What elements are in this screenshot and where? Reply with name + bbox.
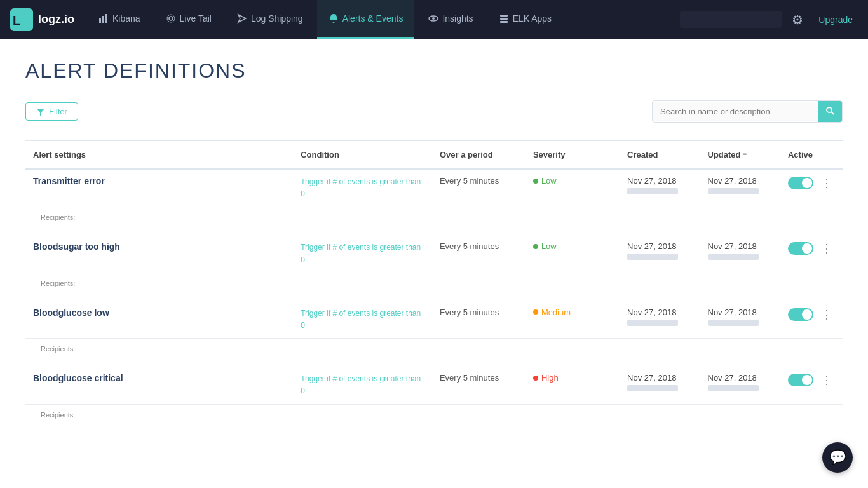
nav-item-alertsevents[interactable]: Alerts & Events [317,0,415,39]
period-text: Every 5 minutes [440,308,499,317]
more-options-button[interactable]: ⋮ [818,373,835,387]
created-redacted [627,320,678,326]
col-header-severity: Severity [526,141,620,170]
recipients-row: Recipients: [25,404,843,433]
toggle-knob [802,375,812,385]
col-header-alert-settings: Alert settings [25,141,293,170]
created-redacted [627,188,678,194]
recipients-label: Recipients: [33,411,835,426]
nav-label-alertsevents: Alerts & Events [342,13,403,24]
svg-rect-11 [500,18,508,20]
severity-badge: Medium [533,308,612,317]
sort-icon[interactable]: ≡ [743,151,747,158]
col-header-active: Active [780,141,843,170]
bell-icon [329,13,339,24]
col-header-updated: Updated ≡ [700,141,780,170]
svg-marker-7 [238,15,246,22]
active-cell: ⋮ [788,308,835,322]
nav-item-logshipping[interactable]: Log Shipping [226,0,315,39]
nav-item-insights[interactable]: Insights [417,0,484,39]
filter-button[interactable]: Filter [25,102,78,121]
bar-chart-icon [98,13,109,24]
stack-icon [499,13,509,24]
active-toggle[interactable] [788,308,813,321]
updated-date: Nov 27, 2018 [708,308,773,317]
svg-point-14 [827,107,832,112]
svg-point-5 [169,17,173,20]
updated-date: Nov 27, 2018 [708,373,773,383]
page-title: ALERT DEFINITIONS [25,59,843,83]
toggle-knob [802,243,812,254]
severity-label: Low [541,176,557,186]
created-date: Nov 27, 2018 [627,308,692,317]
top-nav: L logz.io Kibana Live Tail Log Shipping … [0,0,868,39]
more-options-button[interactable]: ⋮ [818,308,835,322]
nav-label-kibana: Kibana [112,13,140,24]
nav-label-elkapps: ELK Apps [513,13,552,24]
table-row: Bloodglucose low Trigger if # of events … [25,301,843,339]
active-cell: ⋮ [788,241,835,255]
send-icon [237,13,247,24]
more-options-button[interactable]: ⋮ [818,176,835,190]
more-options-button[interactable]: ⋮ [818,241,835,255]
severity-dot [533,179,538,184]
condition-text: Trigger if # of events is greater than 0 [301,177,421,198]
settings-icon[interactable]: ⚙ [784,12,811,27]
active-toggle[interactable] [788,242,813,255]
svg-rect-3 [102,16,104,23]
search-input[interactable] [653,102,818,121]
main-content: ALERT DEFINITIONS Filter Alert settings … [0,39,868,453]
updated-redacted [708,188,759,194]
nav-label-livetail: Live Tail [180,13,212,24]
logo[interactable]: L logz.io [10,8,74,31]
recipients-label: Recipients: [33,345,835,360]
alert-name: Bloodglucose low [33,308,285,318]
severity-label: Low [541,241,557,251]
severity-label: High [541,373,559,383]
toggle-knob [802,178,812,188]
updated-date: Nov 27, 2018 [708,241,773,251]
severity-badge: Low [533,241,612,251]
period-text: Every 5 minutes [440,373,499,383]
table-row: Bloodsugar too high Trigger if # of even… [25,235,843,273]
search-button[interactable] [818,101,842,122]
updated-redacted [708,385,759,391]
alerts-table: Alert settings Condition Over a period S… [25,140,843,433]
recipients-label: Recipients: [33,214,835,229]
svg-text:L: L [13,13,20,27]
period-text: Every 5 minutes [440,241,499,251]
nav-item-elkapps[interactable]: ELK Apps [487,0,564,39]
svg-rect-10 [500,15,508,17]
col-header-condition: Condition [293,141,432,170]
recipients-label: Recipients: [33,280,835,295]
toolbar: Filter [25,100,843,123]
updated-redacted [708,254,759,260]
severity-label: Medium [541,308,571,317]
recipients-row: Recipients: [25,339,843,367]
upgrade-button[interactable]: Upgrade [813,15,858,25]
search-bar [652,100,843,123]
svg-marker-13 [37,109,44,116]
active-cell: ⋮ [788,373,835,387]
nav-label-insights: Insights [442,13,473,24]
period-text: Every 5 minutes [440,176,499,186]
svg-rect-2 [99,18,101,23]
nav-item-kibana[interactable]: Kibana [87,0,152,39]
active-toggle[interactable] [788,374,813,386]
nav-search[interactable] [680,11,782,28]
table-row: Bloodglucose critical Trigger if # of ev… [25,367,843,404]
search-icon [825,106,834,115]
nav-item-livetail[interactable]: Live Tail [154,0,223,39]
filter-icon [36,107,45,116]
severity-dot [533,309,538,315]
created-date: Nov 27, 2018 [627,373,692,383]
svg-line-15 [831,112,834,114]
active-toggle[interactable] [788,177,813,189]
alert-name: Transmitter error [33,176,285,186]
created-date: Nov 27, 2018 [627,241,692,251]
severity-badge: High [533,373,612,383]
toggle-knob [802,309,812,320]
svg-rect-4 [105,14,107,23]
recipients-row: Recipients: [25,273,843,301]
svg-point-9 [432,17,435,20]
